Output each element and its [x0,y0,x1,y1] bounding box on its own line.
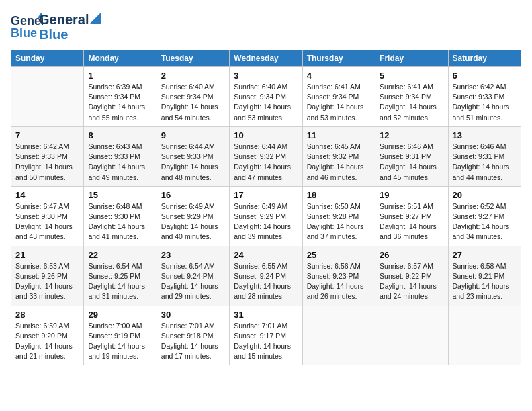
sunrise-text: Sunrise: 6:40 AM [161,83,215,91]
day-info: Sunrise: 6:46 AM Sunset: 9:31 PM Dayligh… [380,142,443,183]
calendar-week-3: 14 Sunrise: 6:47 AM Sunset: 9:30 PM Dayl… [11,186,521,246]
daylight-text: Daylight: 14 hours and 46 minutes. [307,163,364,181]
daylight-text: Daylight: 14 hours and 21 minutes. [15,342,73,360]
sunset-text: Sunset: 9:23 PM [307,272,359,280]
sunset-text: Sunset: 9:18 PM [161,332,214,340]
daylight-text: Daylight: 14 hours and 17 minutes. [161,342,218,360]
calendar-cell: 19 Sunrise: 6:51 AM Sunset: 9:27 PM Dayl… [375,186,448,246]
svg-marker-3 [89,12,101,24]
sunset-text: Sunset: 9:34 PM [307,93,359,101]
daylight-text: Daylight: 14 hours and 44 minutes. [453,163,510,181]
calendar-cell: 31 Sunrise: 7:01 AM Sunset: 9:17 PM Dayl… [230,306,302,365]
sunset-text: Sunset: 9:32 PM [307,152,359,161]
day-info: Sunrise: 6:44 AM Sunset: 9:32 PM Dayligh… [234,142,298,183]
day-info: Sunrise: 6:55 AM Sunset: 9:24 PM Dayligh… [234,261,298,302]
sunrise-text: Sunrise: 6:49 AM [161,202,215,210]
calendar-cell: 30 Sunrise: 7:01 AM Sunset: 9:18 PM Dayl… [157,306,229,365]
calendar-week-1: 1 Sunrise: 6:39 AM Sunset: 9:34 PM Dayli… [11,67,521,127]
day-info: Sunrise: 6:44 AM Sunset: 9:33 PM Dayligh… [161,142,225,183]
day-info: Sunrise: 6:50 AM Sunset: 9:28 PM Dayligh… [307,201,371,242]
day-number: 21 [15,250,79,260]
day-info: Sunrise: 7:01 AM Sunset: 9:17 PM Dayligh… [234,321,298,362]
daylight-text: Daylight: 14 hours and 15 minutes. [234,342,291,360]
sunset-text: Sunset: 9:34 PM [380,93,432,101]
calendar-cell: 1 Sunrise: 6:39 AM Sunset: 9:34 PM Dayli… [84,67,157,127]
calendar-week-4: 21 Sunrise: 6:53 AM Sunset: 9:26 PM Dayl… [11,246,521,306]
calendar-cell [11,67,84,127]
daylight-text: Daylight: 14 hours and 43 minutes. [15,222,73,240]
calendar-cell: 22 Sunrise: 6:54 AM Sunset: 9:25 PM Dayl… [84,246,157,306]
calendar-cell: 6 Sunrise: 6:42 AM Sunset: 9:33 PM Dayli… [448,67,521,127]
daylight-text: Daylight: 14 hours and 53 minutes. [234,103,291,121]
daylight-text: Daylight: 14 hours and 31 minutes. [88,282,145,300]
daylight-text: Daylight: 14 hours and 49 minutes. [88,163,145,181]
sunrise-text: Sunrise: 6:45 AM [307,142,361,150]
calendar-cell: 20 Sunrise: 6:52 AM Sunset: 9:27 PM Dayl… [448,186,521,246]
sunrise-text: Sunrise: 6:52 AM [453,202,506,210]
sunset-text: Sunset: 9:24 PM [161,272,214,280]
sunrise-text: Sunrise: 6:44 AM [161,142,215,150]
day-info: Sunrise: 6:42 AM Sunset: 9:33 PM Dayligh… [453,82,517,123]
day-info: Sunrise: 6:54 AM Sunset: 9:25 PM Dayligh… [88,261,152,302]
day-info: Sunrise: 6:54 AM Sunset: 9:24 PM Dayligh… [161,261,225,302]
calendar-cell: 18 Sunrise: 6:50 AM Sunset: 9:28 PM Dayl… [302,186,375,246]
day-info: Sunrise: 6:59 AM Sunset: 9:20 PM Dayligh… [15,321,79,362]
weekday-header-monday: Monday [84,50,157,67]
daylight-text: Daylight: 14 hours and 53 minutes. [307,103,364,121]
calendar-week-2: 7 Sunrise: 6:42 AM Sunset: 9:33 PM Dayli… [11,126,521,186]
calendar-cell: 28 Sunrise: 6:59 AM Sunset: 9:20 PM Dayl… [11,306,84,365]
sunset-text: Sunset: 9:32 PM [234,152,286,161]
day-info: Sunrise: 6:51 AM Sunset: 9:27 PM Dayligh… [380,201,443,242]
sunset-text: Sunset: 9:31 PM [453,152,505,161]
day-number: 22 [88,250,152,260]
day-number: 24 [234,250,298,260]
calendar-cell: 14 Sunrise: 6:47 AM Sunset: 9:30 PM Dayl… [11,186,84,246]
day-info: Sunrise: 7:01 AM Sunset: 9:18 PM Dayligh… [161,321,225,362]
day-number: 6 [453,71,517,81]
calendar-cell: 10 Sunrise: 6:44 AM Sunset: 9:32 PM Dayl… [230,126,302,186]
day-info: Sunrise: 6:49 AM Sunset: 9:29 PM Dayligh… [161,201,225,242]
sunrise-text: Sunrise: 6:42 AM [453,83,506,91]
day-number: 3 [234,71,298,81]
daylight-text: Daylight: 14 hours and 28 minutes. [234,282,291,300]
sunrise-text: Sunrise: 6:41 AM [380,83,433,91]
sunrise-text: Sunrise: 6:39 AM [88,83,142,91]
day-number: 30 [161,310,225,320]
daylight-text: Daylight: 14 hours and 24 minutes. [380,282,437,300]
logo-icon: General Blue [11,11,43,41]
day-number: 13 [453,130,517,140]
sunrise-text: Sunrise: 6:56 AM [307,262,361,270]
sunset-text: Sunset: 9:20 PM [15,332,68,340]
day-info: Sunrise: 6:40 AM Sunset: 9:34 PM Dayligh… [234,82,298,123]
weekday-header-sunday: Sunday [11,50,84,67]
day-info: Sunrise: 6:58 AM Sunset: 9:21 PM Dayligh… [453,261,517,302]
day-number: 5 [380,71,443,81]
sunset-text: Sunset: 9:25 PM [88,272,140,280]
day-number: 12 [380,130,443,140]
daylight-text: Daylight: 14 hours and 23 minutes. [453,282,510,300]
sunrise-text: Sunrise: 6:55 AM [234,262,287,270]
calendar-cell: 2 Sunrise: 6:40 AM Sunset: 9:34 PM Dayli… [157,67,229,127]
day-number: 23 [161,250,225,260]
sunrise-text: Sunrise: 7:00 AM [88,322,142,330]
sunrise-text: Sunrise: 6:54 AM [88,262,142,270]
daylight-text: Daylight: 14 hours and 33 minutes. [15,282,73,300]
sunrise-text: Sunrise: 6:51 AM [380,202,433,210]
logo: General Blue General Blue [11,11,101,42]
sunset-text: Sunset: 9:22 PM [380,272,432,280]
sunset-text: Sunset: 9:19 PM [88,332,140,340]
calendar-cell [448,306,521,365]
calendar-cell: 4 Sunrise: 6:41 AM Sunset: 9:34 PM Dayli… [302,67,375,127]
day-info: Sunrise: 6:43 AM Sunset: 9:33 PM Dayligh… [88,142,152,183]
calendar-cell: 12 Sunrise: 6:46 AM Sunset: 9:31 PM Dayl… [375,126,448,186]
page-header: General Blue General Blue [11,11,521,42]
day-info: Sunrise: 6:53 AM Sunset: 9:26 PM Dayligh… [15,261,79,302]
calendar-cell: 27 Sunrise: 6:58 AM Sunset: 9:21 PM Dayl… [448,246,521,306]
sunset-text: Sunset: 9:24 PM [234,272,286,280]
day-number: 16 [161,190,225,200]
weekday-header-saturday: Saturday [448,50,521,67]
calendar-week-5: 28 Sunrise: 6:59 AM Sunset: 9:20 PM Dayl… [11,306,521,365]
sunrise-text: Sunrise: 6:47 AM [15,202,69,210]
daylight-text: Daylight: 14 hours and 34 minutes. [453,222,510,240]
daylight-text: Daylight: 14 hours and 41 minutes. [88,222,145,240]
